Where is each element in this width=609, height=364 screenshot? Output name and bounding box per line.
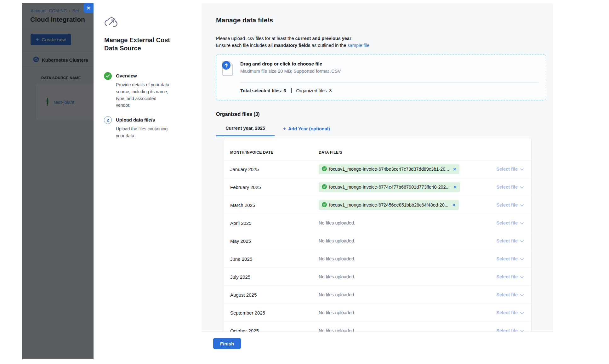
select-file-dropdown[interactable]: Select file	[496, 328, 524, 332]
file-dropzone[interactable]: Drag and drop or click to choose file Ma…	[216, 54, 546, 100]
month-label: May 2025	[224, 238, 319, 244]
select-file-dropdown[interactable]: Select file	[496, 220, 524, 225]
chevron-down-icon	[520, 167, 524, 172]
chevron-down-icon	[520, 328, 524, 332]
file-chip-name: focusv1_mongo-invoice-6774c477b667901d77…	[329, 185, 450, 190]
chevron-down-icon	[520, 274, 524, 279]
plus-icon: +	[283, 126, 286, 132]
table-body: January 2025 focusv1_mongo-invoice-674be…	[224, 160, 531, 332]
check-icon	[322, 166, 327, 172]
step-upload-data-files[interactable]: 2 Upload data file/s Upload the files co…	[104, 117, 179, 139]
divider	[291, 88, 292, 93]
month-label: January 2025	[224, 167, 319, 172]
divider	[240, 82, 539, 83]
organized-files-count: Organized files: 3	[296, 88, 332, 93]
upload-arrow-icon	[222, 61, 231, 70]
table-row: February 2025 focusv1_mongo-invoice-6774…	[224, 178, 531, 196]
organized-files-heading: Organized files (3)	[216, 111, 260, 117]
table-row: June 2025 No files uploaded. Select file	[224, 250, 531, 268]
select-file-dropdown[interactable]: Select file	[496, 274, 524, 279]
chevron-down-icon	[520, 202, 524, 208]
close-button[interactable]: ✕	[83, 3, 94, 13]
chevron-down-icon	[520, 292, 524, 297]
select-file-label: Select file	[496, 274, 518, 279]
table-row: January 2025 focusv1_mongo-invoice-674be…	[224, 160, 531, 178]
step-label: Overview	[116, 73, 179, 78]
file-counts: Total selected files: 3 Organized files:…	[240, 88, 332, 93]
select-file-dropdown[interactable]: Select file	[496, 202, 524, 208]
empty-text: No files uploaded.	[319, 238, 355, 243]
select-file-label: Select file	[496, 292, 518, 297]
step-label: Upload data file/s	[116, 117, 179, 122]
table-row: May 2025 No files uploaded. Select file	[224, 232, 531, 250]
select-file-label: Select file	[496, 167, 518, 172]
month-label: August 2025	[224, 292, 319, 298]
select-file-label: Select file	[496, 185, 518, 190]
drawer-footer: Finish	[202, 332, 553, 359]
upload-instructions: Please upload .csv files for at least th…	[216, 35, 369, 49]
remove-file-icon[interactable]: ✕	[452, 203, 456, 208]
main-panel: Manage data file/s Please upload .csv fi…	[202, 3, 553, 332]
add-year-label: Add Year (optional)	[288, 126, 330, 131]
remove-file-icon[interactable]: ✕	[453, 167, 456, 172]
tab-current-year[interactable]: Current year, 2025	[216, 126, 275, 136]
instruction-line-1: Please upload .csv files for at least th…	[216, 35, 369, 42]
drawer-title: Manage External Cost Data Source	[104, 36, 175, 53]
finish-button[interactable]: Finish	[213, 338, 241, 349]
year-tabs: Current year, 2025 + Add Year (optional)	[216, 126, 330, 136]
step-complete-check-icon	[104, 72, 112, 80]
column-header-data-files: DATA FILE/S	[319, 150, 531, 155]
select-file-label: Select file	[496, 220, 518, 225]
check-icon	[322, 202, 327, 208]
select-file-label: Select file	[496, 328, 518, 332]
step-list: Overview Provide details of your data so…	[104, 73, 179, 148]
month-label: October 2025	[224, 328, 319, 332]
table-row: October 2025 No files uploaded. Select f…	[224, 322, 531, 332]
total-selected-files: Total selected files: 3	[240, 88, 286, 93]
empty-text: No files uploaded.	[319, 274, 355, 279]
table-header: MONTH/INVOICE DATE DATA FILE/S	[224, 138, 531, 160]
select-file-dropdown[interactable]: Select file	[496, 310, 524, 315]
empty-text: No files uploaded.	[319, 256, 355, 261]
month-label: February 2025	[224, 185, 319, 190]
table-row: September 2025 No files uploaded. Select…	[224, 304, 531, 322]
file-chip: focusv1_mongo-invoice-6774c477b667901d77…	[319, 182, 460, 192]
modal-overlay	[22, 3, 94, 359]
sample-file-link[interactable]: sample file	[348, 43, 369, 48]
step-description: Provide details of your data source, inc…	[116, 82, 172, 109]
close-icon: ✕	[87, 5, 91, 11]
chevron-down-icon	[520, 220, 524, 225]
section-title: Manage data file/s	[216, 16, 273, 24]
dropzone-subtitle: Maximum file size 20 MB; Supported forma…	[240, 69, 341, 74]
table-row: April 2025 No files uploaded. Select fil…	[224, 214, 531, 232]
month-label: July 2025	[224, 274, 319, 280]
dropzone-title: Drag and drop or click to choose file	[240, 61, 322, 66]
instruction-line-2: Ensure each file includes all mandatory …	[216, 42, 369, 49]
step-description: Upload the files containing your data.	[116, 126, 172, 139]
manage-data-source-drawer: Manage External Cost Data Source Overvie…	[94, 3, 609, 359]
empty-text: No files uploaded.	[319, 310, 355, 315]
table-row: August 2025 No files uploaded. Select fi…	[224, 286, 531, 304]
background-page: Account: CCM-NG›Set Cloud Integration + …	[22, 3, 94, 359]
empty-text: No files uploaded.	[319, 328, 355, 332]
select-file-label: Select file	[496, 202, 518, 208]
table-row: March 2025 focusv1_mongo-invoice-672456e…	[224, 196, 531, 214]
select-file-dropdown[interactable]: Select file	[496, 292, 524, 297]
cloud-upload-icon	[104, 17, 119, 31]
chevron-down-icon	[520, 238, 524, 243]
select-file-dropdown[interactable]: Select file	[496, 185, 524, 190]
select-file-label: Select file	[496, 256, 518, 261]
select-file-dropdown[interactable]: Select file	[496, 256, 524, 261]
remove-file-icon[interactable]: ✕	[453, 185, 457, 190]
month-label: April 2025	[224, 220, 319, 226]
step-overview[interactable]: Overview Provide details of your data so…	[104, 73, 179, 109]
check-icon	[322, 184, 327, 190]
add-year-button[interactable]: + Add Year (optional)	[283, 126, 330, 132]
file-chip: focusv1_mongo-invoice-672456ee851bbb28c6…	[319, 200, 459, 210]
monthly-files-table: MONTH/INVOICE DATE DATA FILE/S January 2…	[224, 138, 532, 332]
select-file-dropdown[interactable]: Select file	[496, 238, 524, 243]
chevron-down-icon	[520, 310, 524, 315]
screen: Account: CCM-NG›Set Cloud Integration + …	[0, 0, 609, 364]
select-file-dropdown[interactable]: Select file	[496, 167, 524, 172]
chevron-down-icon	[520, 185, 524, 190]
